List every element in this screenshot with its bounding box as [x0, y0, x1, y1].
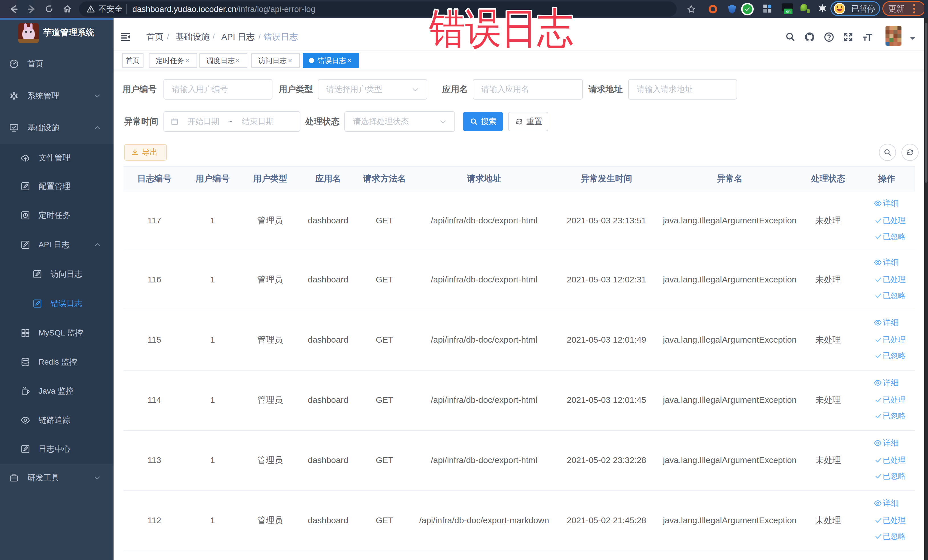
- svg-text:错误日志: 错误日志: [429, 5, 573, 52]
